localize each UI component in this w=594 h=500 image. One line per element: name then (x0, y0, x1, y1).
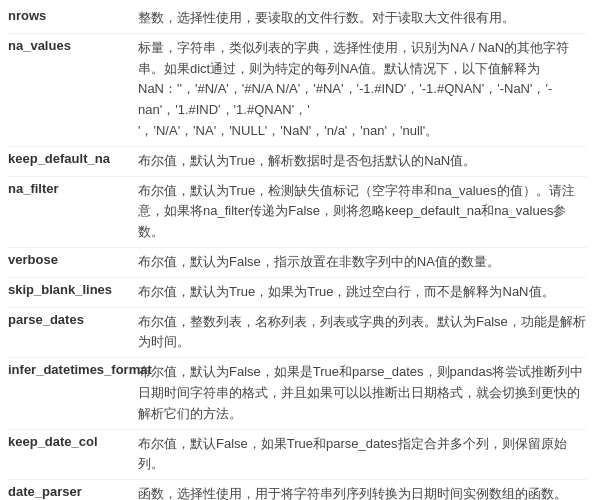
param-name: na_values (8, 38, 138, 142)
param-name: parse_dates (8, 312, 138, 354)
param-desc: 布尔值，默认为True，如果为True，跳过空白行，而不是解释为NaN值。 (138, 282, 586, 303)
param-desc: 布尔值，默认False，如果True和parse_dates指定合并多个列，则保… (138, 434, 586, 476)
param-desc: 布尔值，整数列表，名称列表，列表或字典的列表。默认为False，功能是解析为时间… (138, 312, 586, 354)
param-desc: 布尔值，默认为False，如果是True和parse_dates，则pandas… (138, 362, 586, 424)
param-row: infer_datetimes_format布尔值，默认为False，如果是Tr… (8, 358, 586, 429)
param-row: keep_date_col布尔值，默认False，如果True和parse_da… (8, 430, 586, 481)
param-name: skip_blank_lines (8, 282, 138, 303)
param-desc: 函数，选择性使用，用于将字符串列序列转换为日期时间实例数组的函数。 (138, 484, 586, 500)
params-container: nrows整数，选择性使用，要读取的文件行数。对于读取大文件很有用。na_val… (0, 0, 594, 500)
param-name: na_filter (8, 181, 138, 243)
param-desc: 布尔值，默认为False，指示放置在非数字列中的NA值的数量。 (138, 252, 586, 273)
param-name: keep_date_col (8, 434, 138, 476)
param-row: date_parser函数，选择性使用，用于将字符串列序列转换为日期时间实例数组… (8, 480, 586, 500)
param-name: verbose (8, 252, 138, 273)
param-row: na_values标量，字符串，类似列表的字典，选择性使用，识别为NA / Na… (8, 34, 586, 147)
param-row: verbose布尔值，默认为False，指示放置在非数字列中的NA值的数量。 (8, 248, 586, 278)
param-name: date_parser (8, 484, 138, 500)
param-row: skip_blank_lines布尔值，默认为True，如果为True，跳过空白… (8, 278, 586, 308)
param-desc: 整数，选择性使用，要读取的文件行数。对于读取大文件很有用。 (138, 8, 586, 29)
param-name: infer_datetimes_format (8, 362, 138, 424)
param-name: nrows (8, 8, 138, 29)
param-desc: 标量，字符串，类似列表的字典，选择性使用，识别为NA / NaN的其他字符串。如… (138, 38, 586, 142)
param-name: keep_default_na (8, 151, 138, 172)
param-row: nrows整数，选择性使用，要读取的文件行数。对于读取大文件很有用。 (8, 4, 586, 34)
param-row: na_filter布尔值，默认为True，检测缺失值标记（空字符串和na_val… (8, 177, 586, 248)
param-row: keep_default_na布尔值，默认为True，解析数据时是否包括默认的N… (8, 147, 586, 177)
param-desc: 布尔值，默认为True，检测缺失值标记（空字符串和na_values的值）。请注… (138, 181, 586, 243)
param-desc: 布尔值，默认为True，解析数据时是否包括默认的NaN值。 (138, 151, 586, 172)
param-row: parse_dates布尔值，整数列表，名称列表，列表或字典的列表。默认为Fal… (8, 308, 586, 359)
